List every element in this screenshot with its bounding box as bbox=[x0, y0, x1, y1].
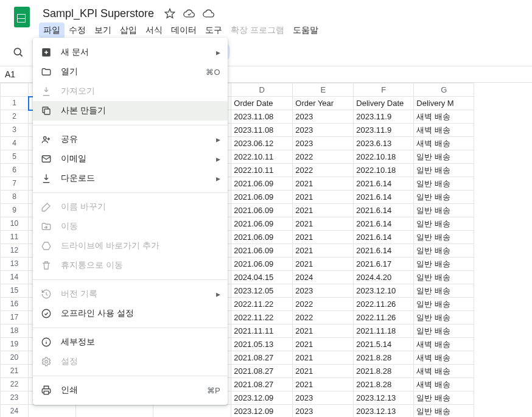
cell[interactable]: 일반 배송 bbox=[414, 324, 474, 338]
row-header[interactable]: 24 bbox=[1, 405, 29, 418]
cell[interactable]: 2022.10.18 bbox=[354, 164, 414, 177]
cell[interactable]: 2023.12.09 bbox=[231, 391, 293, 405]
cell[interactable]: 새벽 배송 bbox=[414, 338, 474, 351]
name-box[interactable]: A1 bbox=[0, 69, 29, 79]
row-header[interactable]: 11 bbox=[1, 231, 29, 244]
cell[interactable]: 새벽 배송 bbox=[414, 351, 474, 365]
cell[interactable]: 2021.5.14 bbox=[354, 338, 414, 351]
cell[interactable]: 2022.11.22 bbox=[231, 298, 293, 311]
cell[interactable]: 2021.08.27 bbox=[231, 378, 293, 391]
cell[interactable]: 일반 배송 bbox=[414, 311, 474, 324]
cell[interactable]: 2023.11.08 bbox=[231, 124, 293, 137]
row-header[interactable]: 7 bbox=[1, 177, 29, 191]
cell[interactable]: 2021 bbox=[293, 338, 354, 351]
cell[interactable]: 새벽 배송 bbox=[414, 378, 474, 391]
cell[interactable]: Delivery M bbox=[414, 97, 474, 110]
cell[interactable]: 2023 bbox=[293, 391, 354, 405]
cell[interactable]: 2023.12.13 bbox=[354, 391, 414, 405]
cell[interactable]: 2021.6.14 bbox=[354, 244, 414, 258]
cell[interactable]: Order Year bbox=[293, 97, 354, 110]
cloud-icon[interactable] bbox=[203, 7, 215, 19]
cell[interactable]: 2023 bbox=[293, 137, 354, 150]
cell[interactable]: 2021 bbox=[293, 231, 354, 244]
cell[interactable]: 2023.6.13 bbox=[354, 137, 414, 150]
cell[interactable]: 일반 배송 bbox=[414, 258, 474, 271]
cell[interactable]: 2021.06.09 bbox=[231, 204, 293, 217]
row-header[interactable]: 4 bbox=[1, 137, 29, 150]
row-header[interactable]: 8 bbox=[1, 191, 29, 204]
cell[interactable]: 2021.06.09 bbox=[231, 191, 293, 204]
cell[interactable]: 2023 bbox=[293, 284, 354, 298]
cell[interactable]: 2021 bbox=[293, 177, 354, 191]
cell[interactable]: 2021.8.28 bbox=[354, 378, 414, 391]
cell[interactable]: 2022 bbox=[293, 311, 354, 324]
row-header[interactable]: 17 bbox=[1, 311, 29, 324]
row-header[interactable]: 22 bbox=[1, 378, 29, 391]
cell[interactable]: 2021.6.14 bbox=[354, 191, 414, 204]
cell[interactable]: 일반 배송 bbox=[414, 391, 474, 405]
cell[interactable]: 2023.12.10 bbox=[354, 284, 414, 298]
row-header[interactable]: 18 bbox=[1, 324, 29, 338]
cell[interactable]: 2021 bbox=[293, 365, 354, 378]
cell[interactable]: 2021.05.13 bbox=[231, 338, 293, 351]
cell[interactable]: 2022.11.26 bbox=[354, 298, 414, 311]
cell[interactable]: 2023.11.08 bbox=[231, 110, 293, 124]
menu-5[interactable]: 데이터 bbox=[167, 23, 201, 38]
cell[interactable]: 일반 배송 bbox=[414, 244, 474, 258]
cell[interactable]: 2022 bbox=[293, 164, 354, 177]
cell[interactable]: 2021.06.09 bbox=[231, 177, 293, 191]
menu-item-print[interactable]: 인쇄⌘P bbox=[33, 380, 228, 400]
star-icon[interactable] bbox=[164, 7, 176, 19]
cell[interactable] bbox=[153, 405, 231, 418]
menu-3[interactable]: 삽입 bbox=[116, 23, 141, 38]
cell[interactable]: 일반 배송 bbox=[414, 191, 474, 204]
menu-2[interactable]: 보기 bbox=[90, 23, 116, 38]
cell[interactable]: 2021 bbox=[293, 204, 354, 217]
cell[interactable]: 새벽 배송 bbox=[414, 365, 474, 378]
row-header[interactable]: 12 bbox=[1, 244, 29, 258]
cell[interactable]: 2021 bbox=[293, 351, 354, 365]
cell[interactable]: 일반 배송 bbox=[414, 150, 474, 164]
app-logo[interactable] bbox=[10, 5, 34, 29]
cell[interactable]: 일반 배송 bbox=[414, 298, 474, 311]
row-header[interactable]: 9 bbox=[1, 204, 29, 217]
cell[interactable]: Delivery Date bbox=[354, 97, 414, 110]
menu-item-info[interactable]: 세부정보 bbox=[33, 332, 228, 352]
cell[interactable] bbox=[29, 405, 76, 418]
cell[interactable]: 2021.6.14 bbox=[354, 231, 414, 244]
cell[interactable]: 새벽 배송 bbox=[414, 124, 474, 137]
col-header-F[interactable]: F bbox=[354, 83, 414, 97]
cell[interactable]: 새벽 배송 bbox=[414, 110, 474, 124]
menu-item-share[interactable]: 공유▸ bbox=[33, 130, 228, 149]
cell[interactable]: 일반 배송 bbox=[414, 271, 474, 284]
row-header[interactable]: 16 bbox=[1, 298, 29, 311]
col-header-E[interactable]: E bbox=[293, 83, 354, 97]
cloud-check-icon[interactable] bbox=[183, 7, 195, 19]
cell[interactable]: 2021 bbox=[293, 191, 354, 204]
cell[interactable]: 2021.06.09 bbox=[231, 244, 293, 258]
cell[interactable]: 2022.10.11 bbox=[231, 164, 293, 177]
row-header[interactable]: 6 bbox=[1, 164, 29, 177]
cell[interactable]: 2021.11.11 bbox=[231, 324, 293, 338]
menu-item-copy[interactable]: 사본 만들기 bbox=[33, 101, 228, 121]
cell[interactable]: 2024.4.20 bbox=[354, 271, 414, 284]
cell[interactable]: 2022 bbox=[293, 298, 354, 311]
cell[interactable]: 2021 bbox=[293, 244, 354, 258]
row-header[interactable]: 2 bbox=[1, 110, 29, 124]
row-header[interactable]: 21 bbox=[1, 365, 29, 378]
cell[interactable]: 2023.11.9 bbox=[354, 124, 414, 137]
menu-8[interactable]: 도움말 bbox=[289, 23, 323, 38]
menu-0[interactable]: 파일 bbox=[39, 23, 65, 38]
cell[interactable]: 2024.04.15 bbox=[231, 271, 293, 284]
cell[interactable]: 2024 bbox=[293, 271, 354, 284]
menu-item-folder[interactable]: 열기⌘O bbox=[33, 62, 228, 82]
cell[interactable]: 2021 bbox=[293, 258, 354, 271]
search-button[interactable] bbox=[7, 41, 29, 63]
cell[interactable]: 2021.06.09 bbox=[231, 258, 293, 271]
cell[interactable]: 일반 배송 bbox=[414, 204, 474, 217]
menu-item-offline[interactable]: 오프라인 사용 설정 bbox=[33, 304, 228, 323]
menu-6[interactable]: 도구 bbox=[201, 23, 226, 38]
cell[interactable]: 2021.08.27 bbox=[231, 365, 293, 378]
menu-1[interactable]: 수정 bbox=[65, 23, 90, 38]
cell[interactable]: 2021.6.14 bbox=[354, 204, 414, 217]
